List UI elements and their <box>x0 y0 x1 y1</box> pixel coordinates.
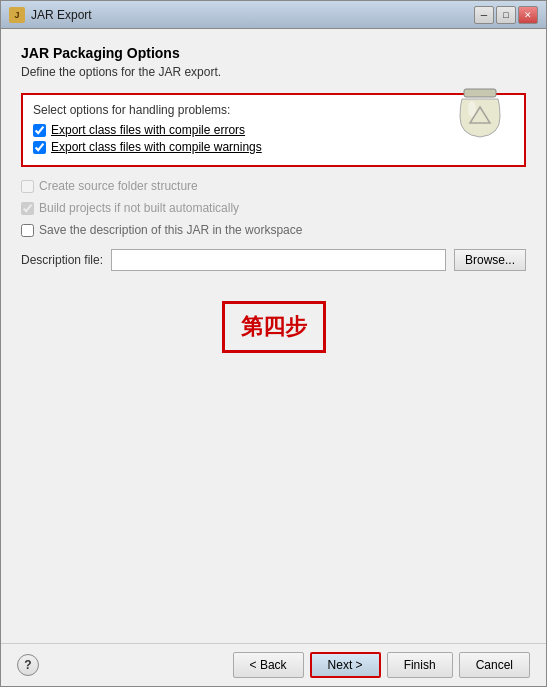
export-compile-errors-checkbox[interactable] <box>33 124 46 137</box>
title-bar: J JAR Export ─ □ ✕ <box>1 1 546 29</box>
annotation-text: 第四步 <box>241 314 307 339</box>
cancel-button[interactable]: Cancel <box>459 652 530 678</box>
window-icon: J <box>9 7 25 23</box>
finish-button[interactable]: Finish <box>387 652 453 678</box>
build-projects-label: Build projects if not built automaticall… <box>39 201 239 215</box>
jar-icon <box>454 85 506 148</box>
problems-section: Select options for handling problems: Ex… <box>21 93 526 167</box>
page-subtitle: Define the options for the JAR export. <box>21 65 526 79</box>
description-file-row: Description file: Browse... <box>21 249 526 271</box>
create-source-folder-label: Create source folder structure <box>39 179 198 193</box>
close-button[interactable]: ✕ <box>518 6 538 24</box>
browse-button[interactable]: Browse... <box>454 249 526 271</box>
create-source-folder-row: Create source folder structure <box>21 179 526 193</box>
export-compile-warnings-label: Export class files with compile warnings <box>51 140 262 154</box>
next-button[interactable]: Next > <box>310 652 381 678</box>
minimize-button[interactable]: ─ <box>474 6 494 24</box>
export-compile-warnings-checkbox[interactable] <box>33 141 46 154</box>
help-button[interactable]: ? <box>17 654 39 676</box>
export-compile-errors-label: Export class files with compile errors <box>51 123 245 137</box>
description-file-label: Description file: <box>21 253 103 267</box>
checkbox-compile-errors-row: Export class files with compile errors <box>33 123 514 137</box>
footer: ? < Back Next > Finish Cancel <box>1 643 546 686</box>
svg-rect-0 <box>464 89 496 97</box>
window: J JAR Export ─ □ ✕ JAR Packaging Options… <box>0 0 547 687</box>
save-description-row: Save the description of this JAR in the … <box>21 223 526 237</box>
create-source-folder-checkbox[interactable] <box>21 180 34 193</box>
title-bar-controls: ─ □ ✕ <box>474 6 538 24</box>
save-description-label: Save the description of this JAR in the … <box>39 223 302 237</box>
problems-label: Select options for handling problems: <box>33 103 514 117</box>
back-button[interactable]: < Back <box>233 652 304 678</box>
page-title: JAR Packaging Options <box>21 45 526 61</box>
build-projects-checkbox[interactable] <box>21 202 34 215</box>
description-file-input[interactable] <box>111 249 446 271</box>
save-description-checkbox[interactable] <box>21 224 34 237</box>
main-content: JAR Packaging Options Define the options… <box>1 29 546 643</box>
annotation-box: 第四步 <box>222 301 326 353</box>
build-projects-row: Build projects if not built automaticall… <box>21 201 526 215</box>
window-title: JAR Export <box>31 8 474 22</box>
maximize-button[interactable]: □ <box>496 6 516 24</box>
header-area: JAR Packaging Options Define the options… <box>21 45 526 93</box>
checkbox-compile-warnings-row: Export class files with compile warnings <box>33 140 514 154</box>
